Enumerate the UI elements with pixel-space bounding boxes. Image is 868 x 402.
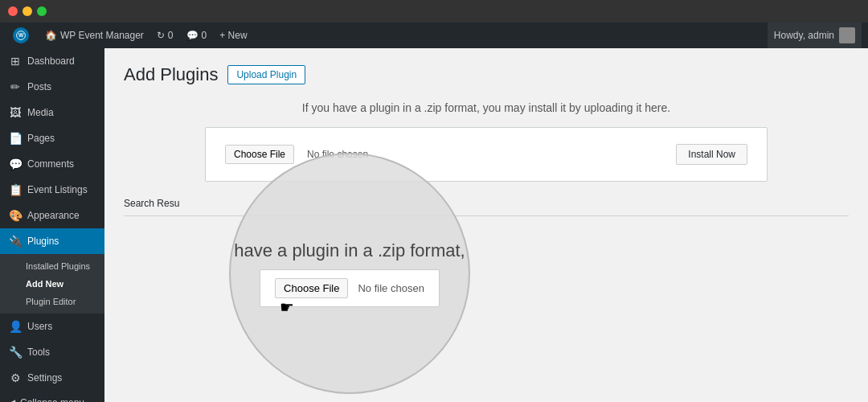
wp-logo-item[interactable]: W [6,27,39,43]
title-bar [0,0,868,23]
install-now-button[interactable]: Install Now [676,144,747,165]
wp-logo-icon: W [13,27,29,43]
updates-icon: ↻ [157,30,165,41]
appearance-icon: 🎨 [8,209,23,222]
collapse-label: Collapse menu [20,397,84,402]
home-item[interactable]: 🏠 WP Event Manager [39,30,150,41]
sidebar-submenu-add-new[interactable]: Add New [0,275,104,293]
comments-icon: 💬 [186,30,199,41]
sidebar-item-event-listings-label: Event Listings [27,184,88,195]
plugins-submenu: Installed Plugins Add New Plugin Editor [0,254,104,314]
sidebar: ⊞ Dashboard ✏ Posts 🖼 Media 📄 Pages 💬 Co… [0,48,104,402]
layout: ⊞ Dashboard ✏ Posts 🖼 Media 📄 Pages 💬 Co… [0,48,868,402]
sidebar-item-plugins[interactable]: 🔌 Plugins [0,228,104,254]
sidebar-item-appearance-label: Appearance [27,210,80,221]
main-content: Add Plugins Upload Plugin If you have a … [104,48,868,402]
media-icon: 🖼 [8,106,23,119]
updates-item[interactable]: ↻ 0 [150,30,180,41]
page-title: Add Plugins [124,64,218,85]
plugins-icon: 🔌 [8,235,23,248]
magnifier-choose-file-button[interactable]: Choose File [275,278,348,298]
close-btn[interactable] [8,6,18,16]
comments-count: 0 [202,30,207,41]
event-listings-icon: 📋 [8,183,23,196]
tools-icon: 🔧 [8,346,23,359]
add-new-label: Add New [26,279,63,289]
settings-icon: ⚙ [8,371,23,384]
pages-icon: 📄 [8,132,23,145]
sidebar-item-pages-label: Pages [27,133,55,144]
updates-count: 0 [168,30,174,41]
sidebar-item-posts-label: Posts [27,81,51,92]
dashboard-icon: ⊞ [8,55,23,68]
sidebar-item-comments-label: Comments [27,158,74,170]
magnifier-text: have a plugin in a .zip format, [234,240,465,261]
sidebar-item-settings-label: Settings [27,372,62,384]
magnifier-overlay: have a plugin in a .zip format, Choose F… [229,153,470,394]
maximize-btn[interactable] [37,6,47,16]
sidebar-item-media[interactable]: 🖼 Media [0,100,104,125]
comments-sidebar-icon: 💬 [8,158,23,170]
sidebar-item-pages[interactable]: 📄 Pages [0,125,104,151]
sidebar-item-dashboard-label: Dashboard [27,55,75,67]
sidebar-submenu-installed-plugins[interactable]: Installed Plugins [0,257,104,275]
upload-plugin-button[interactable]: Upload Plugin [227,65,305,84]
howdy-section[interactable]: Howdy, admin [768,23,862,48]
magnifier-content: have a plugin in a .zip format, Choose F… [234,240,465,307]
minimize-btn[interactable] [23,6,32,16]
sidebar-submenu-plugin-editor[interactable]: Plugin Editor [0,293,104,310]
svg-text:W: W [18,32,24,38]
site-name: WP Event Manager [60,30,144,41]
installed-plugins-label: Installed Plugins [26,261,90,271]
sidebar-item-plugins-label: Plugins [27,236,59,247]
sidebar-item-event-listings[interactable]: 📋 Event Listings [0,177,104,203]
page-header: Add Plugins Upload Plugin [124,64,849,85]
search-bar: Search Resu [124,198,849,216]
cursor-hand: ☛ [280,297,294,317]
comments-item[interactable]: 💬 0 [180,30,214,41]
collapse-icon: ◀ [8,397,15,402]
no-file-text: No file chosen [307,149,663,160]
user-avatar [839,27,855,43]
sidebar-item-appearance[interactable]: 🎨 Appearance [0,203,104,228]
plugin-editor-label: Plugin Editor [26,297,76,306]
new-item[interactable]: + New [213,30,253,41]
upload-box: Choose File No file chosen Install Now [205,127,768,182]
users-icon: 👤 [8,320,23,333]
posts-icon: ✏ [8,80,23,93]
sidebar-item-posts[interactable]: ✏ Posts [0,74,104,100]
new-label: + New [219,30,247,41]
collapse-menu[interactable]: ◀ Collapse menu [0,391,104,402]
sidebar-item-media-label: Media [27,107,54,118]
sidebar-item-users-label: Users [27,321,52,332]
sidebar-item-users[interactable]: 👤 Users [0,314,104,339]
admin-bar: W 🏠 WP Event Manager ↻ 0 💬 0 + New Howdy… [0,23,868,48]
home-icon: 🏠 [45,30,57,41]
choose-file-button[interactable]: Choose File [225,145,294,164]
sidebar-item-settings[interactable]: ⚙ Settings [0,365,104,391]
sidebar-item-tools[interactable]: 🔧 Tools [0,339,104,365]
howdy-text: Howdy, admin [774,30,834,41]
search-result-text: Search Resu [124,198,179,209]
magnifier-file-row: Choose File No file chosen [260,269,440,307]
magnifier-no-file-text: No file chosen [358,282,424,294]
info-text: If you have a plugin in a .zip format, y… [124,101,849,114]
sidebar-item-tools-label: Tools [27,347,50,358]
sidebar-item-comments[interactable]: 💬 Comments [0,151,104,177]
sidebar-item-dashboard[interactable]: ⊞ Dashboard [0,48,104,74]
